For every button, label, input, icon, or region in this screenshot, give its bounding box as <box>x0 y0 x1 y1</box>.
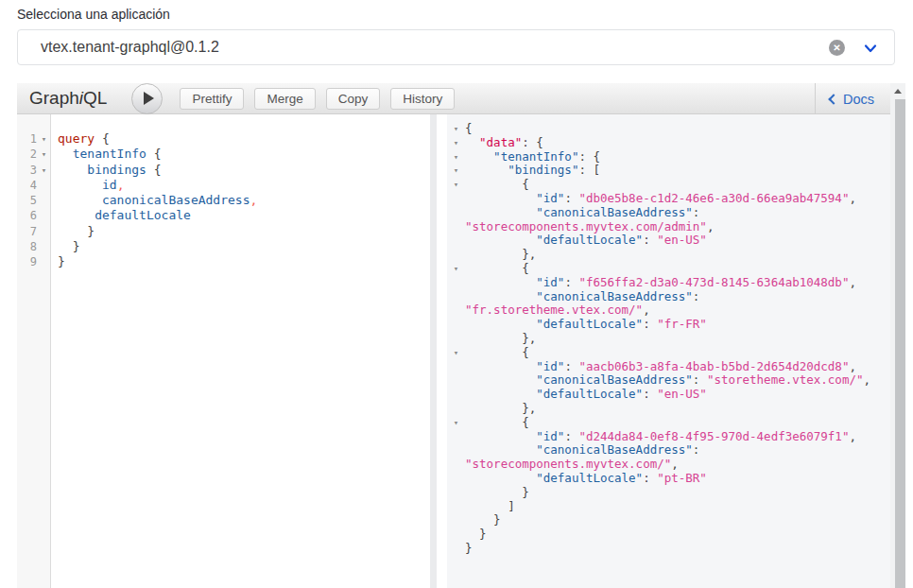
query-editor[interactable]: 1▾query {2▾ tenantInfo {3▾ bindings {4 i… <box>17 114 430 588</box>
fold-gutter <box>447 220 465 234</box>
fold-arrow-icon[interactable]: ▾ <box>447 136 465 150</box>
vertical-scrollbar[interactable] <box>890 83 905 588</box>
fold-gutter <box>447 303 465 318</box>
code-line: "canonicalBaseAddress": "storetheme.vtex… <box>447 373 890 388</box>
fold-gutter <box>447 192 465 206</box>
line-number: 5 <box>17 193 37 208</box>
code-line: 7 } <box>17 224 430 239</box>
code-line: 3▾ bindings { <box>17 163 430 178</box>
fold-arrow-icon[interactable]: ▾ <box>447 416 465 430</box>
fold-arrow-icon[interactable]: ▾ <box>37 131 51 147</box>
fold-gutter <box>37 224 51 239</box>
app-select[interactable]: vtex.tenant-graphql@0.1.2 ✕ <box>17 29 895 65</box>
execute-button[interactable] <box>131 83 163 114</box>
toolbar-button-prettify[interactable]: Prettify <box>180 88 244 110</box>
query-editor-scrollbar[interactable] <box>430 114 437 588</box>
toolbar-button-history[interactable]: History <box>390 88 455 110</box>
fold-gutter <box>37 208 51 223</box>
fold-arrow-icon[interactable]: ▾ <box>447 346 465 360</box>
code-line: 5 canonicalBaseAddress, <box>17 193 430 208</box>
play-icon <box>144 92 154 105</box>
code-line: "id": "f656ffa2-d3a0-473d-8145-6364ab104… <box>447 276 890 290</box>
code-line: 9} <box>17 254 430 269</box>
line-number: 6 <box>17 208 37 223</box>
fold-gutter <box>37 254 51 269</box>
code-line: ▾ { <box>447 178 890 192</box>
line-number: 1 <box>17 131 37 147</box>
docs-button[interactable]: Docs <box>815 83 890 114</box>
code-line: }, <box>447 248 890 262</box>
fold-arrow-icon[interactable]: ▾ <box>37 147 51 162</box>
app-select-label: Selecciona una aplicación <box>17 7 170 22</box>
code-line: ▾ { <box>447 262 890 276</box>
code-line: "defaultLocale": "en-US" <box>447 388 890 402</box>
line-number: 2 <box>17 147 37 162</box>
result-viewer: ▾{▾ "data": {▾ "tenantInfo": {▾ "binding… <box>447 114 890 588</box>
line-number: 3 <box>17 163 37 178</box>
scrollbar-up-button[interactable] <box>890 83 905 98</box>
fold-gutter <box>447 542 465 556</box>
fold-gutter <box>37 193 51 208</box>
editors-area: 1▾query {2▾ tenantInfo {3▾ bindings {4 i… <box>17 114 890 588</box>
fold-gutter <box>447 388 465 402</box>
code-line: ▾ { <box>447 416 890 430</box>
fold-gutter <box>447 318 465 332</box>
toolbar-buttons: PrettifyMergeCopyHistory <box>180 88 455 110</box>
fold-arrow-icon[interactable]: ▾ <box>447 150 465 164</box>
graphiql-topbar: GraphiQL PrettifyMergeCopyHistory Docs <box>17 83 890 114</box>
chevron-down-icon[interactable] <box>864 42 877 55</box>
code-line: }, <box>447 402 890 416</box>
scrollbar-thumb[interactable] <box>895 99 905 588</box>
code-line: }, <box>447 332 890 346</box>
fold-gutter <box>447 486 465 500</box>
code-line: } <box>447 527 890 542</box>
code-line: "canonicalBaseAddress": <box>447 443 890 458</box>
code-line: ▾ "data": { <box>447 136 890 150</box>
fold-arrow-icon[interactable]: ▾ <box>447 178 465 192</box>
fold-arrow-icon[interactable]: ▾ <box>447 164 465 178</box>
chevron-left-icon <box>828 94 838 104</box>
code-line: } <box>447 513 890 527</box>
code-line: ] <box>447 500 890 514</box>
graphiql-container: GraphiQL PrettifyMergeCopyHistory Docs 1… <box>17 83 905 588</box>
fold-gutter <box>447 332 465 346</box>
code-line: "storecomponents.myvtex.com/admin", <box>447 220 890 234</box>
code-line: ▾ { <box>447 346 890 360</box>
toolbar-button-merge[interactable]: Merge <box>254 88 315 110</box>
toolbar-button-copy[interactable]: Copy <box>326 88 381 110</box>
code-line: 4 id, <box>17 178 430 193</box>
fold-gutter <box>447 233 465 248</box>
fold-gutter <box>447 276 465 290</box>
code-line: "id": "db0e5b8e-c1d2-46e6-a30d-66ea9ab47… <box>447 192 890 206</box>
fold-gutter <box>37 239 51 254</box>
code-line: 6 defaultLocale <box>17 208 430 223</box>
line-number: 8 <box>17 239 37 254</box>
line-number: 7 <box>17 224 37 239</box>
code-line: ▾{ <box>447 122 890 136</box>
fold-gutter <box>447 472 465 486</box>
code-line: ▾ "tenantInfo": { <box>447 150 890 164</box>
fold-gutter <box>447 513 465 527</box>
code-line: "defaultLocale": "pt-BR" <box>447 472 890 486</box>
fold-arrow-icon[interactable]: ▾ <box>447 262 465 276</box>
code-line: ▾ "bindings": [ <box>447 164 890 178</box>
code-line: "canonicalBaseAddress": <box>447 206 890 220</box>
fold-arrow-icon[interactable]: ▾ <box>447 122 465 136</box>
fold-gutter <box>447 458 465 472</box>
code-line: 8 } <box>17 239 430 254</box>
clear-icon[interactable]: ✕ <box>829 40 845 56</box>
code-line: 2▾ tenantInfo { <box>17 147 430 162</box>
code-line: "defaultLocale": "en-US" <box>447 233 890 248</box>
fold-gutter <box>447 248 465 262</box>
app-select-value: vtex.tenant-graphql@0.1.2 <box>41 30 219 64</box>
fold-gutter <box>447 527 465 542</box>
fold-gutter <box>447 360 465 374</box>
fold-gutter <box>447 500 465 514</box>
fold-arrow-icon[interactable]: ▾ <box>37 163 51 178</box>
graphiql-logo: GraphiQL <box>29 88 107 109</box>
code-line: 1▾query { <box>17 131 430 147</box>
code-line: "id": "d244da84-0ef8-4f95-970d-4edf3e607… <box>447 430 890 444</box>
fold-gutter <box>447 373 465 388</box>
line-number: 9 <box>17 254 37 269</box>
code-line: "defaultLocale": "fr-FR" <box>447 318 890 332</box>
